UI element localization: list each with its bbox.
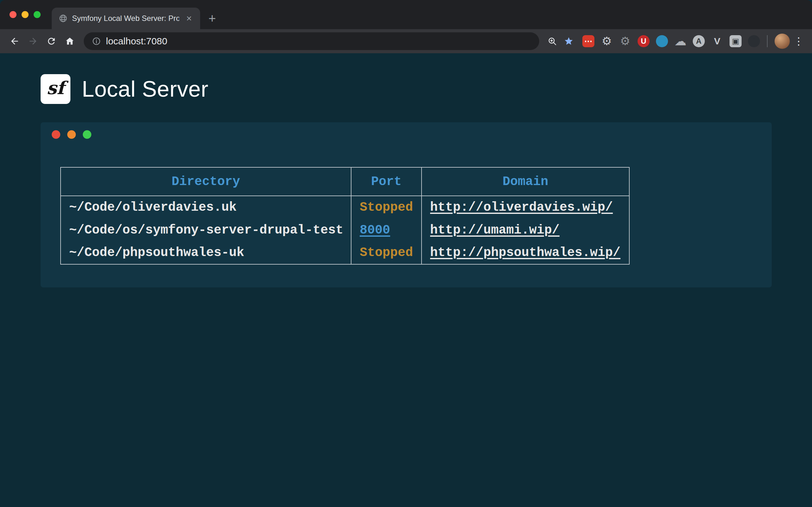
directory-cell: ~/Code/os/symfony-server-drupal-test	[61, 219, 351, 241]
domain-link[interactable]: http://phpsouthwales.wip/	[430, 245, 620, 260]
browser-toolbar: localhost:7080 ⋯ ⚙ ⚙ U ☁ A V ▣ ⋮	[0, 29, 812, 53]
panel-dot-orange-icon	[67, 130, 76, 139]
site-info-icon[interactable]	[92, 37, 101, 46]
server-panel: Directory Port Domain ~/Code/oliverdavie…	[41, 122, 772, 287]
port-status-stopped: Stopped	[360, 245, 413, 260]
new-tab-button[interactable]: +	[203, 9, 221, 27]
extension-ublock-icon[interactable]: U	[638, 35, 650, 47]
address-bar[interactable]: localhost:7080	[84, 32, 539, 50]
port-link[interactable]: 8000	[360, 223, 390, 237]
extension-gear-light-icon[interactable]: ⚙	[601, 35, 613, 47]
column-header-port: Port	[351, 167, 421, 196]
port-cell: Stopped	[351, 196, 421, 219]
page-title: Local Server	[82, 76, 208, 102]
port-cell: 8000	[351, 219, 421, 241]
directory-cell: ~/Code/oliverdavies.uk	[61, 196, 351, 219]
back-button[interactable]	[6, 33, 23, 49]
panel-window-dots	[52, 130, 772, 139]
toolbar-separator	[767, 35, 768, 47]
table-row: ~/Code/oliverdavies.uk Stopped http://ol…	[61, 196, 629, 219]
zoom-icon[interactable]	[545, 34, 560, 49]
extension-blue-disc-icon[interactable]	[656, 35, 668, 47]
profile-avatar[interactable]	[774, 34, 790, 49]
directory-cell: ~/Code/phpsouthwales-uk	[61, 241, 351, 264]
table-row: ~/Code/os/symfony-server-drupal-test 800…	[61, 219, 629, 241]
page-content: sf Local Server Directory Port Domain	[0, 53, 812, 507]
window-controls	[9, 0, 41, 29]
symfony-logo: sf	[41, 74, 70, 104]
column-header-directory: Directory	[61, 167, 351, 196]
window-zoom-button[interactable]	[34, 11, 41, 18]
forward-button[interactable]	[25, 33, 41, 49]
browser-menu-icon[interactable]: ⋮	[792, 34, 806, 48]
extensions-bar: ⋯ ⚙ ⚙ U ☁ A V ▣	[582, 35, 760, 47]
tab-title: Symfony Local Web Server: Prox	[72, 14, 179, 23]
extension-letter-a-icon[interactable]: A	[693, 35, 705, 47]
favicon-globe-icon	[59, 14, 67, 23]
extension-github-icon[interactable]	[748, 35, 760, 47]
table-row: ~/Code/phpsouthwales-uk Stopped http://p…	[61, 241, 629, 264]
reload-button[interactable]	[43, 33, 60, 49]
brand-header: sf Local Server	[41, 74, 772, 104]
window-close-button[interactable]	[9, 11, 16, 18]
table-header-row: Directory Port Domain	[61, 167, 629, 196]
column-header-domain: Domain	[421, 167, 629, 196]
browser-tab[interactable]: Symfony Local Web Server: Prox ×	[52, 8, 200, 29]
port-cell: Stopped	[351, 241, 421, 264]
extension-frame-icon[interactable]: ▣	[729, 35, 742, 47]
domain-cell: http://umami.wip/	[421, 219, 629, 241]
bookmark-star-icon[interactable]	[561, 34, 576, 49]
port-status-stopped: Stopped	[360, 200, 413, 215]
tab-strip: Symfony Local Web Server: Prox × +	[0, 0, 812, 29]
domain-cell: http://oliverdavies.wip/	[421, 196, 629, 219]
domain-cell: http://phpsouthwales.wip/	[421, 241, 629, 264]
extension-red-dots-icon[interactable]: ⋯	[582, 35, 595, 47]
window-minimize-button[interactable]	[21, 11, 29, 18]
home-button[interactable]	[61, 33, 78, 49]
domain-link[interactable]: http://oliverdavies.wip/	[430, 200, 613, 215]
extension-letter-v-icon[interactable]: V	[711, 35, 723, 47]
panel-dot-red-icon	[52, 130, 60, 139]
url-text: localhost:7080	[106, 36, 167, 47]
extension-cloud-icon[interactable]: ☁	[674, 35, 687, 47]
domain-link[interactable]: http://umami.wip/	[430, 223, 560, 237]
servers-table: Directory Port Domain ~/Code/oliverdavie…	[60, 167, 629, 265]
extension-gear-dark-icon[interactable]: ⚙	[619, 35, 631, 47]
panel-dot-green-icon	[83, 130, 91, 139]
tab-close-icon[interactable]: ×	[184, 13, 194, 24]
